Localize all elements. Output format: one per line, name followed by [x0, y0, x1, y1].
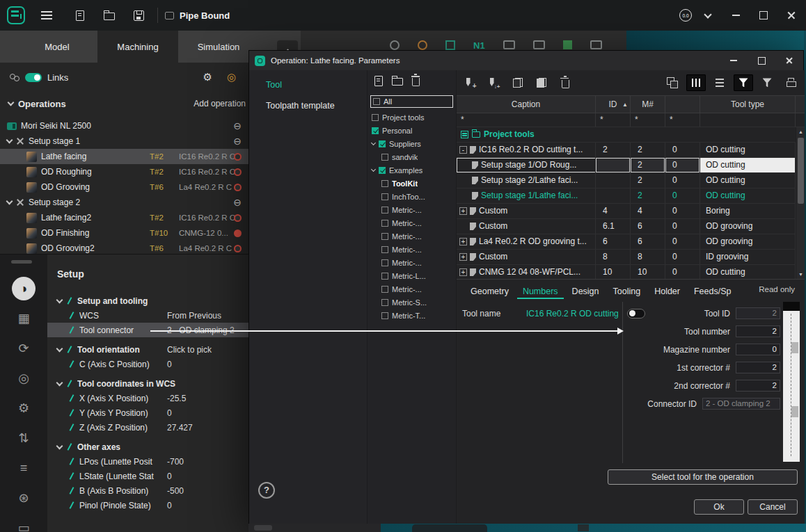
setup-item-row[interactable]: Y (Axis Y Position)0	[47, 405, 248, 420]
library-item[interactable]: Metric-...	[368, 203, 456, 216]
chevron-down-icon[interactable]	[56, 345, 63, 352]
setup-item-row[interactable]: X (Axis X Position)-25.5	[47, 391, 248, 405]
filter-magazine[interactable]: *	[631, 113, 665, 127]
add-tool-button[interactable]	[461, 74, 480, 91]
minimize-button[interactable]	[724, 3, 748, 27]
filter-caption[interactable]: *	[457, 113, 596, 127]
checkbox[interactable]	[381, 246, 388, 253]
close-button[interactable]	[780, 3, 803, 27]
mini-tab[interactable]	[254, 525, 272, 531]
save-project-button[interactable]	[127, 3, 150, 27]
library-item[interactable]: InchToo...	[368, 190, 456, 203]
scroll-down-icon[interactable]	[796, 270, 805, 279]
library-item[interactable]: Metric-...	[368, 282, 456, 296]
scroll-thumb[interactable]	[798, 138, 804, 204]
list-view-button[interactable]	[710, 74, 729, 91]
select-tool-button[interactable]: Select tool for the operation	[608, 469, 798, 485]
params-tab[interactable]: Geometry	[465, 284, 514, 299]
filter-button[interactable]	[757, 74, 777, 91]
tool-row[interactable]: Setup stage 2/Lathe faci...20OD cutting	[457, 173, 796, 188]
tool-row[interactable]: Setup stage 1/Lathe faci...20OD cutting	[457, 188, 796, 204]
header-id[interactable]: ID▲	[596, 96, 631, 113]
new-project-button[interactable]	[68, 3, 92, 27]
expander-icon[interactable]: +	[459, 253, 467, 261]
checkbox[interactable]	[381, 299, 388, 306]
library-item[interactable]: Metric-...	[368, 216, 456, 229]
tool-row[interactable]: +CNMG 12 04 08-WF/PCL...10100OD cutting	[457, 265, 796, 279]
chevron-down-icon[interactable]	[56, 442, 63, 449]
setup-section-row[interactable]: Setup and tooling	[47, 293, 248, 308]
params-tab[interactable]: Tooling	[608, 284, 647, 299]
setup-section-row[interactable]: Tool orientationClick to pick	[47, 342, 248, 357]
tab-simulation[interactable]: Simulation	[178, 31, 259, 63]
tool-row[interactable]: +Custom880ID grooving	[457, 250, 796, 265]
library-item[interactable]: sandvik	[368, 150, 456, 163]
checkbox[interactable]	[372, 114, 379, 121]
library-item[interactable]: Examples	[368, 163, 456, 177]
operation-row[interactable]: OD RoughingT#2IC16 Re0.2 R O	[0, 164, 248, 179]
library-item[interactable]: Metric-...	[368, 229, 456, 243]
nav-toolpath-template[interactable]: Toolpath template	[249, 95, 367, 116]
operation-row[interactable]: Setup stage 1⊖	[0, 134, 248, 149]
checkbox[interactable]	[379, 167, 386, 174]
delete-tool-button[interactable]	[555, 74, 575, 91]
open-project-button[interactable]	[97, 3, 121, 27]
header-caption[interactable]: Caption	[457, 96, 596, 113]
monitor-icon[interactable]	[503, 40, 515, 49]
checkbox[interactable]	[381, 180, 388, 187]
open-library-icon[interactable]	[392, 78, 403, 86]
operation-row[interactable]: OD FinishingT#10CNMG-12 0...	[0, 225, 248, 241]
expander-icon[interactable]: -	[459, 146, 467, 154]
chevron-down-icon[interactable]	[8, 99, 15, 106]
links-toggle[interactable]	[25, 73, 42, 82]
compare-view-button[interactable]	[663, 74, 682, 91]
chevron-down-icon[interactable]	[56, 379, 63, 386]
param-input[interactable]: 2	[736, 362, 780, 373]
chevron-down-icon[interactable]	[56, 296, 63, 303]
main-menu-button[interactable]	[35, 3, 58, 27]
panel-drag-handle[interactable]	[11, 260, 32, 264]
tool-row[interactable]: +La4 Re0.2 R OD grooving t...660OD groov…	[457, 234, 796, 250]
checkbox[interactable]	[381, 286, 388, 293]
checkbox[interactable]	[381, 273, 388, 280]
setup-item-row[interactable]: WCSFrom Previous	[47, 308, 248, 323]
expander-icon[interactable]: +	[459, 238, 467, 245]
filter-on-button[interactable]	[734, 74, 753, 91]
setup-section-row[interactable]: Tool coordinates in WCS	[47, 376, 248, 391]
gear-icon[interactable]: ⚙	[203, 71, 212, 83]
setup-item-row[interactable]: Pinol (Pinole State)0	[47, 498, 248, 513]
checkbox[interactable]	[381, 207, 388, 213]
duplicate-tool-button[interactable]	[532, 74, 551, 91]
collapse-icon[interactable]: ⊖	[233, 136, 242, 146]
model-icon[interactable]	[445, 40, 455, 50]
checkbox[interactable]	[373, 98, 380, 105]
add-tool-variant-button[interactable]	[484, 74, 504, 91]
chevron-down-icon[interactable]	[6, 198, 13, 205]
stock-icon[interactable]	[390, 40, 400, 50]
viewport-widget[interactable]	[578, 524, 589, 531]
checkbox[interactable]	[381, 312, 388, 319]
library-item[interactable]: Metric-...	[368, 256, 456, 269]
param-input[interactable]: 2	[736, 325, 780, 337]
columns-view-button[interactable]	[686, 74, 706, 91]
chevron-down-icon[interactable]	[6, 137, 13, 144]
simulation-icon[interactable]	[563, 40, 572, 49]
checkbox[interactable]	[379, 140, 386, 147]
rotate-view-icon[interactable]: ⟳	[12, 337, 35, 360]
nav-tool[interactable]: Tool	[249, 74, 367, 95]
cancel-button[interactable]: Cancel	[748, 499, 798, 515]
settings-gear-icon[interactable]: ⚙	[12, 396, 35, 420]
tool-id-toggle[interactable]	[627, 309, 645, 319]
setup-item-row[interactable]: Z (Axis Z Position)27.427	[47, 420, 248, 435]
chevron-down-icon[interactable]	[371, 166, 376, 171]
tool-group-row[interactable]: Project tools	[457, 127, 796, 143]
viewport-button[interactable]	[412, 524, 487, 532]
titlebar-dropdown-button[interactable]	[696, 3, 720, 27]
library-item[interactable]: Metric-T...	[368, 309, 456, 322]
checkbox[interactable]	[381, 193, 388, 200]
setup-section-row[interactable]: Other axes	[47, 440, 248, 454]
tool-row[interactable]: +Custom440Boring	[457, 204, 796, 219]
tool-name-value[interactable]: IC16 Re0.2 R OD cutting	[526, 309, 619, 319]
chevron-down-icon[interactable]	[371, 140, 376, 145]
library-item[interactable]: Metric-S...	[368, 296, 456, 309]
